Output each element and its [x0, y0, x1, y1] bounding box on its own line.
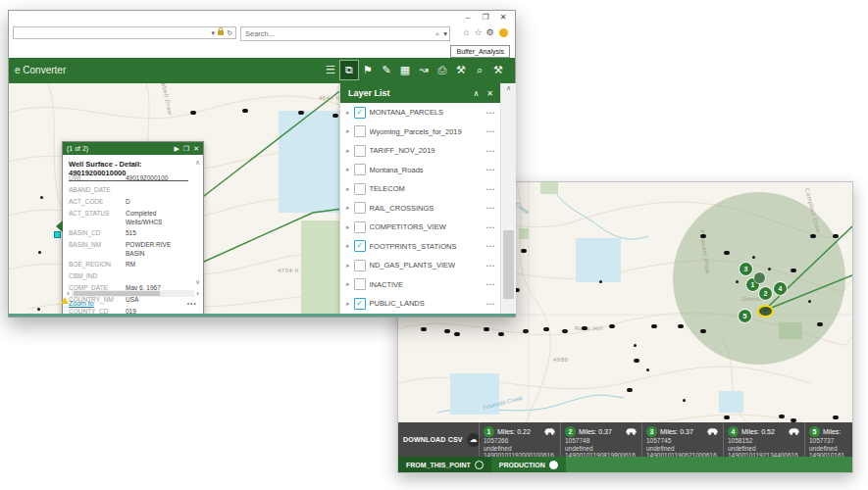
layer-list-icon[interactable]: ⧉: [340, 61, 358, 79]
expand-caret-icon[interactable]: ▸: [346, 185, 350, 193]
favorites-star-icon[interactable]: ☆: [473, 27, 484, 37]
layer-menu-icon[interactable]: •••: [486, 301, 495, 307]
basemap-gallery-icon[interactable]: ▦: [396, 61, 414, 79]
result-card[interactable]: 3Miles: 0.371057745undefined149001011906…: [641, 422, 723, 457]
tab-from-this-point[interactable]: FROM_THIS_POINT: [398, 457, 491, 472]
minimize-button[interactable]: –: [460, 12, 476, 24]
expand-caret-icon[interactable]: ▸: [346, 204, 350, 212]
toolbox-b-icon[interactable]: ⚒: [489, 61, 507, 79]
search-input[interactable]: [241, 29, 434, 38]
popup-maximize-icon[interactable]: ❐: [183, 145, 189, 153]
layer-menu-icon[interactable]: •••: [486, 263, 495, 269]
layer-row[interactable]: ▸RAIL_CROSSINGS•••: [340, 199, 501, 219]
popup-close-icon[interactable]: ✕: [193, 145, 199, 153]
expand-caret-icon[interactable]: ▸: [346, 147, 350, 155]
panel-close-icon[interactable]: ✕: [486, 89, 493, 98]
selected-point-highlight[interactable]: [757, 305, 774, 318]
layer-checkbox[interactable]: [354, 164, 366, 175]
vertical-scrollbar[interactable]: ∧: [500, 83, 516, 314]
hscroll-right-icon[interactable]: ›: [196, 289, 199, 298]
query-icon[interactable]: ⌕: [471, 61, 488, 79]
layer-checkbox[interactable]: [354, 145, 366, 157]
refresh-icon[interactable]: ↻: [227, 29, 232, 37]
layer-checkbox[interactable]: [354, 183, 366, 195]
numbered-marker[interactable]: 4: [774, 282, 787, 295]
expand-caret-icon[interactable]: ▸: [346, 242, 350, 250]
layer-row[interactable]: ▸ND_GAS_PLANTS_VIEW•••: [340, 256, 501, 275]
result-card[interactable]: 1Miles: 0.221057266undefined149001011920…: [479, 422, 560, 457]
toolbox-a-icon[interactable]: ⚒: [452, 61, 470, 79]
layer-row[interactable]: ▸Montana_Roads•••: [340, 161, 501, 180]
directions-icon[interactable]: ↝: [415, 61, 433, 79]
layer-checkbox[interactable]: ✓: [354, 107, 366, 119]
scroll-thumb[interactable]: [503, 230, 514, 299]
layer-checkbox[interactable]: ✓: [354, 298, 366, 310]
hscroll-track[interactable]: [72, 290, 195, 297]
draw-icon[interactable]: ⚑: [359, 61, 377, 79]
settings-gear-icon[interactable]: ⚙: [485, 27, 495, 37]
radio-selected-icon[interactable]: [549, 461, 558, 469]
popup-more-icon[interactable]: •••: [187, 300, 197, 307]
layer-menu-icon[interactable]: •••: [486, 128, 495, 134]
address-bar[interactable]: ▾ ↻: [13, 26, 236, 39]
layer-menu-icon[interactable]: •••: [486, 205, 495, 211]
layer-menu-icon[interactable]: •••: [486, 281, 495, 287]
popup-scroll-up-icon[interactable]: ∧: [195, 159, 200, 167]
legend-icon[interactable]: ☰: [322, 61, 339, 79]
layer-checkbox[interactable]: [354, 278, 366, 290]
layer-checkbox[interactable]: [354, 202, 366, 214]
result-card[interactable]: 4Miles: 0.521058152undefined149001011921…: [723, 422, 804, 457]
expand-caret-icon[interactable]: ▸: [346, 127, 350, 135]
layer-row[interactable]: ▸✓PUBLIC_LANDS•••: [340, 294, 501, 314]
numbered-marker[interactable]: 3: [740, 263, 752, 275]
layer-row[interactable]: ▸TELECOM•••: [340, 179, 501, 199]
search-dropdown-icon[interactable]: ▾: [441, 29, 449, 38]
address-dropdown-icon[interactable]: ▾: [212, 29, 216, 37]
measure-icon[interactable]: ✎: [378, 61, 395, 79]
popup-next-icon[interactable]: ▶: [174, 145, 179, 153]
search-magnifier-icon[interactable]: ⌕: [434, 29, 441, 39]
expand-caret-icon[interactable]: ▸: [346, 280, 350, 288]
layer-menu-icon[interactable]: •••: [486, 167, 495, 172]
hscroll-thumb[interactable]: [74, 291, 160, 296]
collapse-icon[interactable]: ∧: [473, 89, 479, 98]
layer-checkbox[interactable]: [354, 221, 366, 233]
result-card[interactable]: 2Miles: 0.371057748undefined149001011908…: [560, 422, 641, 457]
numbered-marker[interactable]: 2: [759, 287, 772, 300]
layer-row[interactable]: ▸Wyoming_Parcels_for_2019•••: [340, 122, 501, 142]
layer-row[interactable]: ▸TARIFF_NOV_2019•••: [340, 141, 501, 161]
tab-production[interactable]: PRODUCTION: [491, 457, 566, 472]
restore-button[interactable]: ❐: [478, 12, 493, 24]
layer-checkbox[interactable]: ✓: [354, 240, 366, 252]
layer-menu-icon[interactable]: •••: [486, 148, 495, 154]
popup-horizontal-scrollbar[interactable]: ‹ ›: [67, 289, 199, 298]
download-csv-button[interactable]: DOWNLOAD CSV ☁: [398, 422, 479, 457]
layer-menu-icon[interactable]: •••: [486, 110, 495, 116]
scroll-up-icon[interactable]: ∧: [501, 84, 516, 92]
layer-menu-icon[interactable]: •••: [486, 243, 495, 249]
layer-row[interactable]: ▸✓MONTANA_PARCELS•••: [340, 103, 501, 122]
home-icon[interactable]: ⌂: [461, 27, 472, 37]
expand-caret-icon[interactable]: ▸: [346, 262, 350, 270]
expand-caret-icon[interactable]: ▸: [346, 166, 350, 173]
unnumbered-marker[interactable]: [754, 272, 765, 283]
zoom-to-link[interactable]: Zoom to: [69, 300, 94, 307]
feedback-smiley-icon[interactable]: [499, 28, 508, 37]
result-card[interactable]: 5Miles:1057737undefined1490010161: [804, 422, 852, 457]
selected-well-marker[interactable]: [54, 231, 61, 238]
popup-scroll-down-icon[interactable]: ∨: [195, 278, 200, 286]
layer-menu-icon[interactable]: •••: [486, 186, 495, 192]
radio-unselected-icon[interactable]: [475, 461, 484, 469]
print-icon[interactable]: ⎙: [434, 61, 451, 79]
close-button[interactable]: ✕: [495, 12, 511, 24]
numbered-marker[interactable]: 5: [739, 310, 751, 322]
layer-row[interactable]: ▸COMPETITORS_VIEW•••: [340, 218, 501, 237]
expand-caret-icon[interactable]: ▸: [346, 223, 350, 231]
expand-caret-icon[interactable]: ▸: [346, 109, 350, 117]
map-canvas-1[interactable]: 4644 ft4704 ftCampbell Draw (1 of 2) ▶ ❐…: [9, 83, 513, 314]
layer-menu-icon[interactable]: •••: [486, 224, 495, 230]
layer-row[interactable]: ▸✓FOOTPRINTS_STATIONS•••: [340, 237, 501, 257]
layer-checkbox[interactable]: [354, 260, 366, 271]
expand-caret-icon[interactable]: ▸: [346, 300, 350, 308]
layer-checkbox[interactable]: [354, 125, 366, 137]
